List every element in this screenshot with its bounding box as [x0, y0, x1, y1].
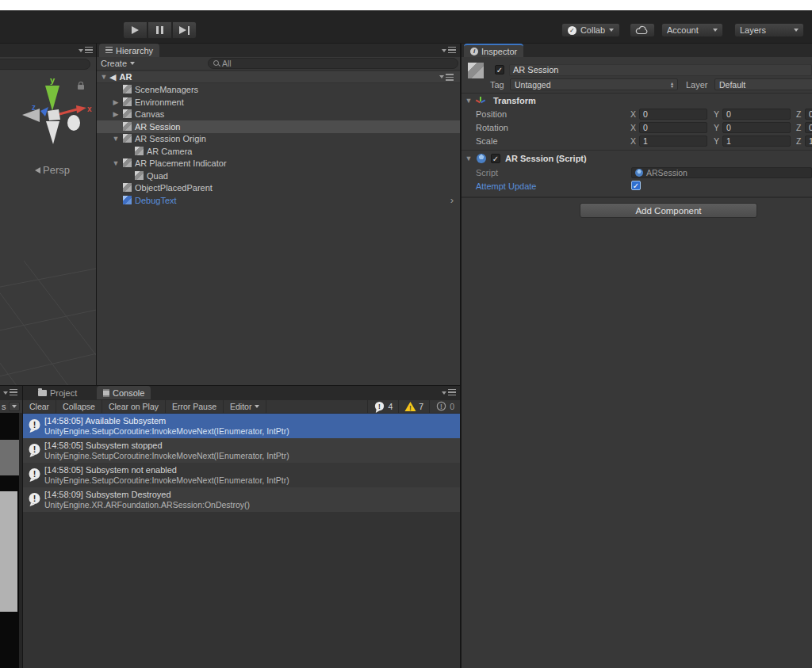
- scale-z-field[interactable]: 1: [805, 136, 812, 147]
- hierarchy-item-selected[interactable]: AR Session: [97, 120, 460, 133]
- hierarchy-item[interactable]: ▶Canvas: [97, 108, 460, 120]
- hierarchy-item[interactable]: Quad: [97, 170, 460, 182]
- error-count-toggle[interactable]: ! 0: [429, 400, 460, 413]
- rotation-y-field[interactable]: 0: [722, 122, 791, 133]
- chevron-down-icon: [713, 29, 718, 32]
- pane-menu-icon[interactable]: [442, 389, 456, 396]
- pane-menu-icon[interactable]: [3, 389, 17, 396]
- editor-dropdown[interactable]: Editor: [224, 400, 266, 413]
- scene-root-row[interactable]: ▼ ◀ AR: [97, 71, 460, 83]
- hierarchy-item[interactable]: ▶Environment: [97, 96, 460, 109]
- layer-dropdown[interactable]: Default: [714, 78, 812, 90]
- pane-menu-icon[interactable]: [439, 74, 454, 81]
- console-log-row[interactable]: ! [14:58:09] Subsystem Destroyed UnityEn…: [23, 487, 460, 512]
- tab-project[interactable]: Project: [32, 386, 83, 399]
- warning-count-toggle[interactable]: ! 7: [398, 400, 429, 413]
- hierarchy-toolbar: Create All: [97, 57, 460, 71]
- attempt-update-checkbox[interactable]: ✓: [631, 181, 641, 190]
- prefab-chevron-icon[interactable]: ›: [450, 194, 454, 206]
- clear-on-play-button[interactable]: Clear on Play: [102, 400, 166, 413]
- folder-icon: [38, 390, 47, 396]
- component-enabled-checkbox[interactable]: ✓: [491, 154, 500, 163]
- tab-console[interactable]: Console: [97, 386, 151, 399]
- unity-editor-window: ✓ Collab Account Layers: [0, 0, 812, 668]
- position-x-field[interactable]: 0: [639, 109, 707, 120]
- error-bubble-icon: !: [435, 401, 447, 413]
- script-object-field[interactable]: ARSession: [631, 167, 812, 178]
- console-log-row[interactable]: ! [14:58:05] Subsystem stopped UnityEngi…: [23, 438, 460, 463]
- svg-text:!: !: [33, 469, 36, 479]
- expander-down-icon[interactable]: ▼: [112, 135, 120, 143]
- tag-dropdown[interactable]: Untagged ▴▾: [510, 78, 678, 90]
- panel-divider[interactable]: [460, 44, 462, 668]
- cloud-services-button[interactable]: [630, 23, 655, 37]
- arsession-component-header[interactable]: ▼ ✓ AR Session (Script): [462, 152, 812, 165]
- tab-hierarchy[interactable]: Hierarchy: [99, 44, 159, 57]
- console-tabbar: Project Console: [23, 386, 460, 400]
- hierarchy-search-input[interactable]: All: [208, 58, 458, 69]
- info-count-toggle[interactable]: ! 4: [367, 400, 398, 413]
- panel-divider[interactable]: [96, 44, 97, 386]
- console-log-row[interactable]: ! [14:58:05] Subsystem not enabled Unity…: [23, 463, 460, 487]
- hierarchy-item[interactable]: ▼AR Placement Indicator: [97, 157, 460, 170]
- panel-divider[interactable]: [0, 385, 461, 386]
- svg-text:!: !: [33, 445, 36, 454]
- panel-divider[interactable]: [22, 386, 23, 668]
- account-dropdown[interactable]: Account: [661, 23, 723, 37]
- expander-right-icon[interactable]: ▶: [112, 98, 120, 106]
- name-field[interactable]: AR Session: [509, 64, 812, 76]
- hierarchy-tabbar: Hierarchy: [97, 44, 460, 57]
- hierarchy-item[interactable]: AR Camera: [97, 145, 460, 158]
- mini-dropdown[interactable]: [9, 402, 20, 411]
- scene-name: AR: [119, 72, 132, 82]
- lock-icon[interactable]: [78, 85, 84, 90]
- step-button[interactable]: [172, 21, 197, 39]
- inspector-panel: i Inspector ✓ AR Session Tag Untagged ▴▾…: [462, 44, 812, 668]
- rotation-x-field[interactable]: 0: [639, 122, 707, 133]
- hierarchy-panel: Hierarchy Create All ▼ ◀ AR SceneManager…: [97, 44, 460, 386]
- hierarchy-item[interactable]: SceneManagers: [97, 83, 460, 96]
- active-checkbox[interactable]: ✓: [495, 65, 504, 74]
- asset-thumbnail[interactable]: [0, 440, 19, 475]
- hierarchy-item[interactable]: ObjectPlacedParent: [97, 181, 460, 194]
- clear-button[interactable]: Clear: [23, 400, 56, 413]
- play-button[interactable]: [123, 21, 147, 39]
- hierarchy-item[interactable]: ▼AR Session Origin: [97, 132, 460, 145]
- tag-label: Tag: [490, 80, 504, 90]
- scene-viewport[interactable]: y z x Persp: [0, 71, 96, 386]
- create-button[interactable]: Create: [101, 59, 135, 68]
- console-log-row-selected[interactable]: ! [14:58:05] Available Subsystem UnityEn…: [23, 414, 460, 438]
- hierarchy-icon: [105, 47, 113, 54]
- perspective-toggle[interactable]: Persp: [35, 164, 70, 176]
- console-toolbar: Clear Collapse Clear on Play Error Pause…: [23, 400, 460, 414]
- expander-down-icon[interactable]: ▼: [100, 73, 108, 81]
- position-z-field[interactable]: 0: [805, 109, 812, 120]
- expander-right-icon[interactable]: ▶: [112, 110, 120, 118]
- pane-menu-icon[interactable]: [442, 47, 456, 54]
- hierarchy-item-prefab[interactable]: DebugText›: [97, 194, 460, 207]
- pause-button[interactable]: [147, 21, 172, 39]
- step-icon: [179, 26, 186, 34]
- collapse-button[interactable]: Collapse: [56, 400, 102, 413]
- asset-thumbnail[interactable]: [0, 491, 17, 612]
- transform-header[interactable]: ▼ Transform: [462, 94, 812, 107]
- scene-grid: [0, 261, 96, 386]
- playmode-controls: [123, 21, 197, 39]
- layers-dropdown[interactable]: Layers: [734, 23, 804, 37]
- svg-text:!: !: [440, 402, 442, 410]
- collab-dropdown[interactable]: ✓ Collab: [561, 23, 620, 37]
- error-pause-button[interactable]: Error Pause: [166, 400, 224, 413]
- expander-down-icon[interactable]: ▼: [112, 159, 120, 167]
- pane-menu-icon[interactable]: [79, 47, 93, 54]
- gizmo-x-label: x: [87, 105, 92, 113]
- scene-search-input[interactable]: [0, 59, 90, 70]
- position-y-field[interactable]: 0: [722, 109, 791, 120]
- cloud-icon: [635, 25, 649, 35]
- scale-x-field[interactable]: 1: [639, 136, 707, 147]
- tab-inspector[interactable]: i Inspector: [464, 44, 523, 57]
- add-component-button[interactable]: Add Component: [580, 203, 757, 218]
- expander-down-icon[interactable]: ▼: [465, 97, 473, 105]
- rotation-z-field[interactable]: 0: [805, 122, 812, 133]
- expander-down-icon[interactable]: ▼: [465, 155, 473, 162]
- scale-y-field[interactable]: 1: [722, 136, 791, 147]
